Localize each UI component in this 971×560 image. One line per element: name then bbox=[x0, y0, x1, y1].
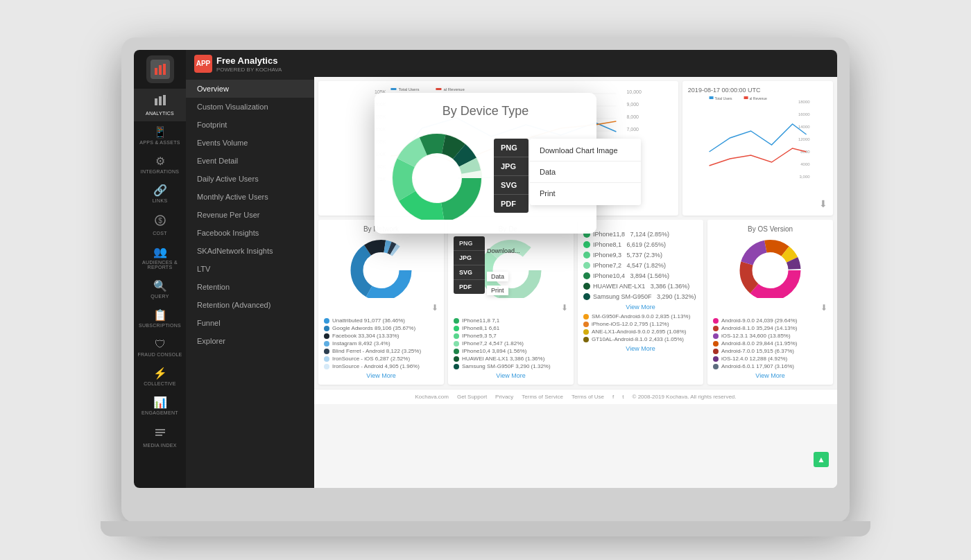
sidebar-label-integrations: INTEGRATIONS bbox=[141, 169, 180, 174]
sidebar-item-audiences[interactable]: 👥 AUDIENCES & REPORTS bbox=[134, 241, 186, 275]
nav-fb-insights[interactable]: Facebook Insights bbox=[186, 224, 314, 242]
download-os[interactable]: ⬇ bbox=[713, 301, 827, 313]
nav-custom-viz[interactable]: Custom Visualization bbox=[186, 98, 314, 116]
sidebar-item-integrations[interactable]: ⚙ INTEGRATIONS bbox=[134, 150, 186, 180]
integrations-icon: ⚙ bbox=[155, 156, 165, 167]
right-chart-card: 2019-08-17 00:00:00 UTC 18000 16000 1400… bbox=[682, 81, 833, 216]
svg-text:Total Users: Total Users bbox=[714, 96, 732, 100]
download-chart-image-btn[interactable]: Download Chart Image bbox=[530, 140, 641, 161]
format-menu-container: PNG JPG SVG PDF Download Chart Image Dat… bbox=[494, 139, 529, 214]
footer-tou[interactable]: Terms of Use bbox=[572, 394, 604, 400]
format-svg-btn[interactable]: SVG bbox=[494, 176, 529, 195]
nav-overview[interactable]: Overview bbox=[186, 80, 314, 98]
format-jpg-small[interactable]: JPG bbox=[454, 251, 485, 265]
nav-ltv[interactable]: LTV bbox=[186, 260, 314, 278]
svg-text:8,000: 8,000 bbox=[626, 114, 639, 119]
device-type-popup-title: By Device Type bbox=[388, 104, 583, 119]
view-more-os[interactable]: View More bbox=[713, 372, 827, 379]
sidebar-item-apps[interactable]: 📱 APPS & ASSETS bbox=[134, 121, 186, 150]
sidebar-item-subscriptions[interactable]: 📋 SUBSCRIPTIONS bbox=[134, 304, 186, 333]
format-jpg-btn[interactable]: JPG bbox=[494, 157, 529, 176]
right-chart-svg: 18000 16000 14000 12000 8000 4000 3,000 bbox=[688, 96, 827, 193]
svg-text:9,000: 9,000 bbox=[626, 102, 639, 107]
format-svg-small[interactable]: SVG bbox=[454, 265, 485, 280]
svg-rect-10 bbox=[155, 435, 162, 436]
print-option-small[interactable]: Print bbox=[487, 286, 508, 295]
left-nav: Overview Custom Visualization Footprint … bbox=[186, 77, 314, 488]
download-network[interactable]: ⬇ bbox=[324, 301, 438, 313]
engagement-icon: 📊 bbox=[153, 397, 167, 408]
footer-twitter[interactable]: t bbox=[622, 394, 624, 400]
format-png-btn[interactable]: PNG bbox=[494, 139, 529, 157]
sidebar-label-fraud: FRAUD CONSOLE bbox=[137, 352, 182, 357]
view-more-other[interactable]: View More bbox=[583, 345, 698, 352]
format-menu: PNG JPG SVG PDF bbox=[494, 139, 529, 213]
format-pdf-small[interactable]: PDF bbox=[454, 280, 485, 294]
format-dropdown-small: PNG JPG SVG PDF bbox=[454, 236, 485, 294]
sidebar-item-collective[interactable]: ⚡ COLLECTIVE bbox=[134, 362, 186, 392]
collective-icon: ⚡ bbox=[153, 368, 167, 379]
laptop-container: ANALYTICS 📱 APPS & ASSETS ⚙ INTEGRATIONS… bbox=[104, 17, 867, 543]
by-network-donut bbox=[324, 236, 438, 298]
view-more-device-type-main[interactable]: View More bbox=[583, 304, 698, 310]
svg-rect-2 bbox=[163, 64, 166, 75]
svg-rect-5 bbox=[163, 95, 166, 105]
svg-rect-4 bbox=[159, 96, 162, 105]
footer-privacy[interactable]: Privacy bbox=[495, 394, 513, 400]
svg-rect-0 bbox=[155, 68, 157, 75]
download-device[interactable]: ⬇ bbox=[454, 301, 568, 313]
sidebar-label-media: MEDIA INDEX bbox=[143, 443, 176, 448]
svg-text:$: $ bbox=[158, 217, 162, 225]
sidebar-item-media[interactable]: MEDIA INDEX bbox=[134, 421, 186, 453]
footer-support[interactable]: Get Support bbox=[457, 394, 487, 400]
sidebar-label-engagement: ENGAGEMENT bbox=[141, 410, 178, 415]
device-type-data-card: IPhone11,8 7,124 (2.85%) IPhone8,1 6,619… bbox=[578, 220, 703, 385]
nav-event-detail[interactable]: Event Detail bbox=[186, 152, 314, 170]
svg-text:al Revenue: al Revenue bbox=[443, 87, 465, 91]
print-btn[interactable]: Print bbox=[530, 183, 641, 204]
nav-skad[interactable]: SKAdNetwork Insights bbox=[186, 242, 314, 260]
sidebar-item-links[interactable]: 🔗 LINKS bbox=[134, 180, 186, 209]
view-more-network[interactable]: View More bbox=[324, 372, 438, 379]
sidebar-item-query[interactable]: 🔍 QUERY bbox=[134, 275, 186, 304]
sidebar-item-analytics[interactable]: ANALYTICS bbox=[134, 89, 186, 121]
nav-funnel[interactable]: Funnel bbox=[186, 314, 314, 332]
nav-events-volume[interactable]: Events Volume bbox=[186, 134, 314, 152]
footer-kochava[interactable]: Kochava.com bbox=[415, 394, 449, 400]
popup-donut-container bbox=[388, 130, 486, 222]
laptop-frame: ANALYTICS 📱 APPS & ASSETS ⚙ INTEGRATIONS… bbox=[121, 37, 850, 523]
nav-retention[interactable]: Retention bbox=[186, 278, 314, 296]
nav-explorer[interactable]: Explorer bbox=[186, 332, 314, 350]
nav-footprint[interactable]: Footprint bbox=[186, 116, 314, 134]
other-legend: SM-G950F-Android-9.0.0 2,835 (1.13%) iPh… bbox=[583, 313, 698, 342]
scroll-to-top-button[interactable]: ▲ bbox=[814, 452, 829, 467]
data-option-small[interactable]: Data bbox=[487, 272, 508, 281]
data-download-btn[interactable]: Data bbox=[530, 161, 641, 183]
sidebar-item-engagement[interactable]: 📊 ENGAGEMENT bbox=[134, 392, 186, 421]
subscriptions-icon: 📋 bbox=[153, 310, 167, 321]
format-pdf-btn[interactable]: PDF bbox=[494, 195, 529, 213]
svg-point-59 bbox=[368, 256, 395, 284]
sidebar-label-audiences: AUDIENCES & REPORTS bbox=[137, 260, 183, 270]
sidebar-item-fraud[interactable]: 🛡 FRAUD CONSOLE bbox=[134, 333, 186, 362]
footer-tos[interactable]: Terms of Service bbox=[522, 394, 563, 400]
analytics-logo-icon bbox=[151, 60, 170, 79]
nav-mau[interactable]: Monthly Active Users bbox=[186, 188, 314, 206]
footer-fb[interactable]: f bbox=[612, 394, 614, 400]
view-more-device[interactable]: View More bbox=[454, 372, 568, 379]
format-png-small[interactable]: PNG bbox=[454, 236, 485, 251]
sidebar: ANALYTICS 📱 APPS & ASSETS ⚙ INTEGRATIONS… bbox=[134, 50, 186, 488]
nav-dau[interactable]: Daily Active Users bbox=[186, 170, 314, 188]
nav-rpu[interactable]: Revenue Per User bbox=[186, 206, 314, 224]
download-icon-right[interactable]: ⬇ bbox=[688, 198, 827, 210]
nav-retention-adv[interactable]: Retention (Advanced) bbox=[186, 296, 314, 314]
svg-point-70 bbox=[757, 256, 784, 284]
apps-icon: 📱 bbox=[153, 127, 167, 138]
top-nav: APP Free Analytics POWERED BY KOCHAVA bbox=[186, 50, 837, 77]
svg-point-80 bbox=[416, 157, 458, 199]
footer-copyright: © 2008-2019 Kochava. All rights reserved… bbox=[633, 394, 737, 400]
timestamp-label: 2019-08-17 00:00:00 UTC bbox=[688, 87, 827, 94]
sidebar-item-cost[interactable]: $ COST bbox=[134, 209, 186, 241]
sidebar-logo bbox=[146, 55, 174, 83]
sidebar-label-collective: COLLECTIVE bbox=[144, 381, 176, 386]
